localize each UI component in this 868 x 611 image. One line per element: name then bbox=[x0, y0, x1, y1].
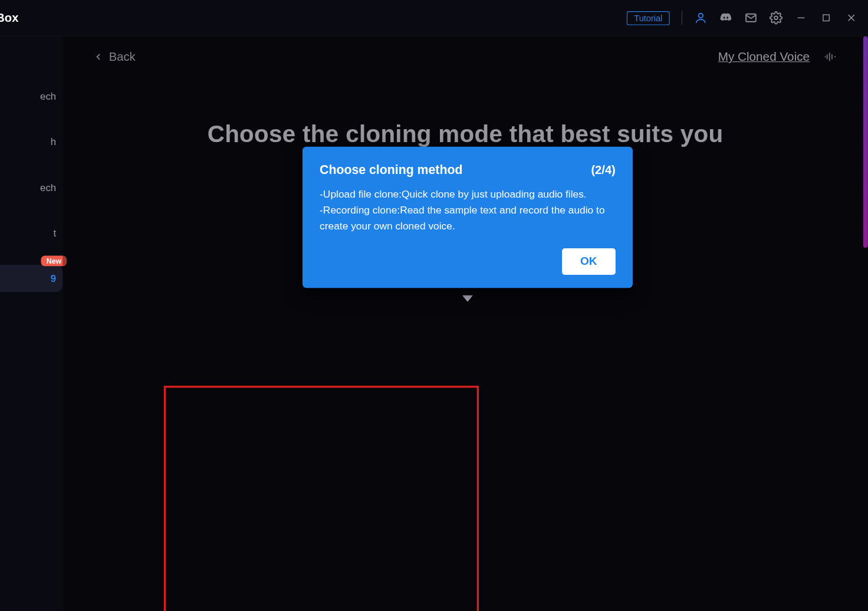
sidebar-item-active[interactable]: 9 New bbox=[0, 265, 63, 292]
chevron-left-icon bbox=[93, 51, 104, 62]
tooltip-line: -Recording clone:Read the sample text an… bbox=[320, 202, 616, 234]
back-button[interactable]: Back bbox=[93, 50, 136, 64]
gear-icon[interactable] bbox=[770, 11, 782, 24]
sidebar-item[interactable]: h bbox=[0, 128, 63, 155]
page-title: Choose the cloning mode that best suits … bbox=[89, 120, 841, 148]
main-content: Back My Cloned Voice Choose the cloning … bbox=[63, 37, 867, 611]
sidebar-item[interactable]: ech bbox=[0, 174, 63, 201]
back-label: Back bbox=[109, 50, 136, 64]
divider bbox=[682, 11, 682, 25]
sidebar-item-label: 9 bbox=[51, 273, 56, 284]
tooltip-arrow-head bbox=[462, 295, 473, 302]
sidebar: ech h ech t 9 New bbox=[0, 37, 63, 611]
tooltip-title: Choose cloning method bbox=[320, 163, 462, 178]
svg-point-0 bbox=[699, 14, 703, 18]
sidebar-item[interactable]: t bbox=[0, 219, 63, 247]
minimize-icon[interactable] bbox=[794, 11, 807, 24]
ok-button[interactable]: OK bbox=[562, 248, 616, 275]
app-name: tBox bbox=[0, 11, 18, 25]
tutorial-tooltip: Choose cloning method (2/4) -Upload file… bbox=[303, 147, 633, 288]
discord-icon[interactable] bbox=[719, 11, 732, 24]
tooltip-step: (2/4) bbox=[591, 163, 615, 177]
svg-point-2 bbox=[774, 16, 778, 19]
tutorial-button[interactable]: Tutorial bbox=[627, 11, 670, 25]
my-cloned-voice-link[interactable]: My Cloned Voice bbox=[718, 50, 810, 64]
titlebar: tBox Tutorial bbox=[0, 0, 868, 37]
account-icon[interactable] bbox=[694, 11, 707, 24]
sidebar-item[interactable]: ech bbox=[0, 83, 63, 110]
mail-icon[interactable] bbox=[744, 11, 757, 24]
svg-rect-4 bbox=[823, 15, 829, 21]
close-icon[interactable] bbox=[844, 11, 857, 24]
maximize-icon[interactable] bbox=[820, 11, 833, 24]
waveform-icon[interactable] bbox=[823, 50, 838, 64]
tooltip-line: -Upload file clone:Quick clone by just u… bbox=[320, 186, 616, 202]
highlight-box-upload bbox=[164, 386, 479, 611]
